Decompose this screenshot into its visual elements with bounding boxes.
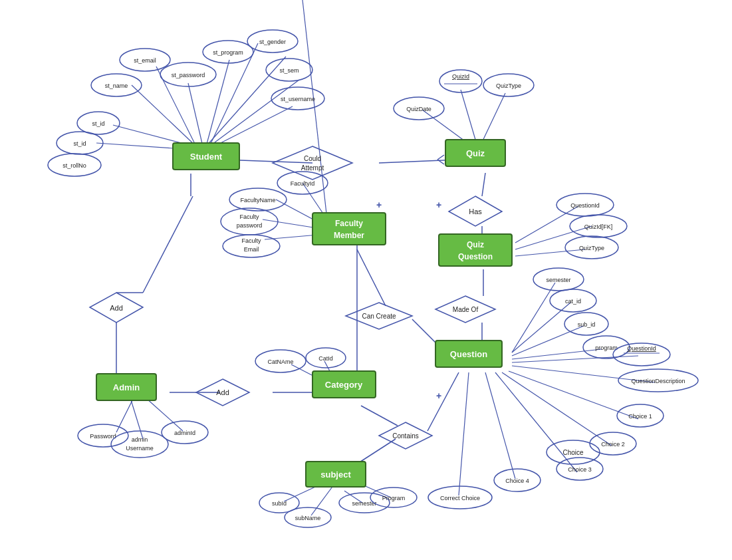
attr-st-password: st_password bbox=[172, 72, 205, 78]
attr-qq-quiztype: QuizType bbox=[579, 245, 604, 251]
attr-q-desc: QuestionDescription bbox=[631, 378, 685, 384]
student-entity-label: Student bbox=[190, 152, 223, 162]
question-entity-label: Question bbox=[450, 349, 487, 359]
svg-line-39 bbox=[188, 83, 203, 146]
svg-line-34 bbox=[485, 372, 515, 479]
has-rel-label: Has bbox=[469, 208, 482, 215]
svg-line-27 bbox=[512, 326, 584, 356]
svg-line-50 bbox=[480, 93, 505, 146]
svg-line-16 bbox=[357, 249, 386, 306]
quiz-question-entity-label: Quiz bbox=[467, 240, 484, 249]
attr-q-catid: cat_id bbox=[565, 298, 581, 305]
could-attempt-rel-label2: Attempt bbox=[301, 164, 324, 172]
attr-quiz-id: QuizId bbox=[452, 73, 469, 80]
svg-line-33 bbox=[495, 372, 577, 472]
attr-q-correct: Correct Choice bbox=[440, 495, 480, 501]
attr-q-program: program bbox=[595, 345, 618, 351]
attr-admin-id: adminId bbox=[174, 430, 195, 436]
add-left-rel-label: Add bbox=[110, 304, 123, 312]
attr-st-program: st_program bbox=[213, 49, 243, 56]
attr-faculty-password2: password bbox=[237, 222, 263, 229]
attr-q-choice2: Choice 2 bbox=[601, 441, 625, 448]
could-attempt-rel-label: Could bbox=[304, 155, 321, 162]
attr-sub-semester: semester bbox=[352, 500, 376, 507]
svg-line-35 bbox=[459, 372, 469, 495]
faculty-entity-label: Faculty bbox=[335, 219, 363, 228]
attr-q-semester: semester bbox=[546, 277, 570, 283]
attr-q-choice4: Choice 4 bbox=[505, 478, 529, 484]
attr-faculty-id: FacultyId bbox=[291, 180, 315, 187]
svg-line-22 bbox=[361, 406, 398, 426]
quiz-question-entity-label2: Question bbox=[458, 252, 493, 261]
admin-entity-label: Admin bbox=[113, 382, 140, 392]
made-of-rel-label: Made Of bbox=[453, 306, 479, 313]
svg-line-37 bbox=[130, 396, 143, 439]
attr-faculty-email2: Email bbox=[244, 246, 259, 253]
attr-cat-id: CatId bbox=[318, 355, 333, 362]
cardinality-qqestion-1: + bbox=[436, 200, 441, 210]
attr-quiz-date: QuizDate bbox=[406, 106, 431, 112]
contains-rel-label: Contains bbox=[392, 432, 418, 440]
svg-point-97 bbox=[221, 208, 278, 235]
quiz-entity-label: Quiz bbox=[466, 148, 485, 158]
attr-st-id1: st_id bbox=[92, 120, 104, 127]
svg-line-47 bbox=[209, 80, 299, 146]
attr-admin-username: admin bbox=[132, 436, 148, 443]
faculty-entity-label2: Member bbox=[334, 231, 364, 240]
cardinality-faculty-1: + bbox=[376, 200, 382, 210]
svg-line-59 bbox=[515, 249, 585, 256]
svg-line-25 bbox=[512, 283, 555, 352]
svg-line-57 bbox=[515, 206, 578, 243]
svg-line-49 bbox=[461, 90, 477, 146]
attr-qq-questionid: QuestionId bbox=[570, 202, 600, 209]
svg-line-43 bbox=[132, 85, 196, 146]
attr-st-rollno: st_rollNo bbox=[62, 162, 86, 169]
attr-st-sem: st_sem bbox=[279, 67, 299, 74]
svg-line-41 bbox=[209, 43, 258, 146]
attr-admin-username2: Username bbox=[126, 445, 154, 452]
svg-line-2 bbox=[437, 155, 444, 160]
cardinality-cat: + bbox=[436, 390, 441, 401]
attr-st-email: st_email bbox=[134, 57, 156, 64]
attr-q-subid: sub_id bbox=[578, 321, 596, 328]
attr-sub-name: subName bbox=[295, 515, 321, 521]
attr-faculty-password: Faculty bbox=[239, 213, 259, 220]
diagram-canvas: Student Quiz Faculty Member Quiz Questio… bbox=[0, 0, 732, 560]
attr-q-questionid: QuestionId bbox=[627, 345, 656, 352]
category-entity-label: Category bbox=[325, 380, 363, 390]
attr-q-choice3: Choice 3 bbox=[568, 466, 592, 473]
attr-st-id2: st_id bbox=[73, 140, 86, 147]
attr-quiz-type: QuizType bbox=[496, 82, 521, 89]
can-create-rel-label: Can Create bbox=[362, 313, 396, 320]
attr-st-name: st_name bbox=[105, 82, 128, 89]
add2-rel-label: Add bbox=[216, 388, 229, 396]
attr-qq-quizid: QuizId[FK] bbox=[584, 223, 613, 230]
attr-st-username: st_username bbox=[281, 96, 315, 102]
attr-sub-id: subId bbox=[272, 500, 287, 507]
attr-admin-password: Password bbox=[90, 433, 116, 440]
subject-entity-label: subject bbox=[320, 470, 351, 480]
attr-faculty-email: Faculty bbox=[241, 237, 261, 244]
attr-faculty-name: FacultyName bbox=[240, 197, 275, 204]
svg-line-23 bbox=[427, 372, 459, 431]
svg-line-5 bbox=[482, 173, 485, 196]
er-diagram: Student Quiz Faculty Member Quiz Questio… bbox=[0, 0, 732, 560]
attr-sub-program: Program bbox=[382, 495, 406, 501]
svg-line-32 bbox=[502, 372, 612, 446]
attr-st-gender: st_gender bbox=[259, 39, 286, 45]
attr-q-choice-label: Choice bbox=[562, 449, 584, 456]
attr-q-choice1: Choice 1 bbox=[628, 413, 652, 420]
svg-line-14 bbox=[143, 196, 193, 293]
attr-cat-name: CatNAme bbox=[267, 358, 293, 365]
